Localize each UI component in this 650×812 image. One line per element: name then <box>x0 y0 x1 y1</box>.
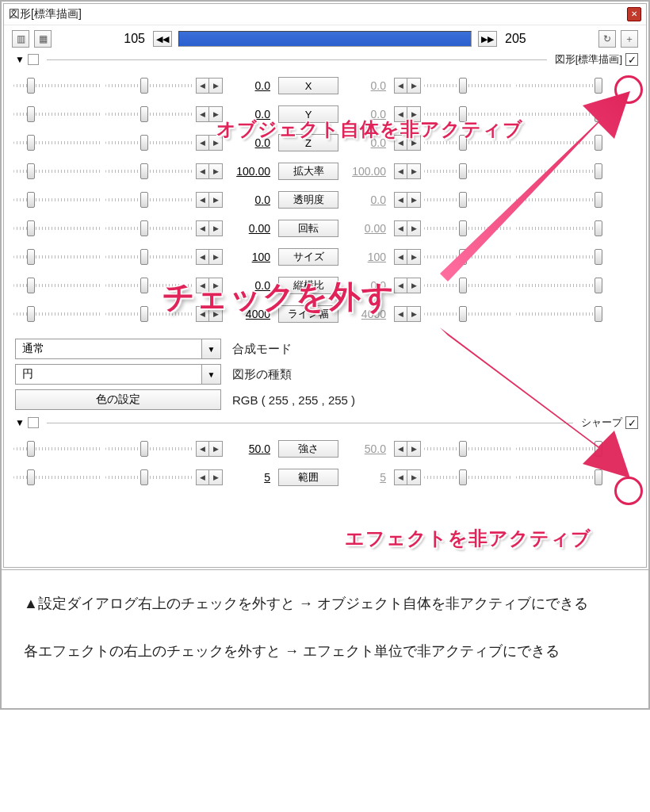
param-slider-right-b[interactable] <box>516 220 603 236</box>
stepper-right[interactable]: ◀ ▶ <box>394 135 421 151</box>
param-value-left[interactable]: 0.00 <box>226 222 275 235</box>
stepper-left[interactable]: ◀ ▶ <box>196 106 223 122</box>
step-right-icon[interactable]: ▶ <box>209 250 222 264</box>
param-value-left[interactable]: 0.0 <box>226 79 275 92</box>
step-right-icon[interactable]: ▶ <box>407 442 420 456</box>
step-left-icon[interactable]: ◀ <box>197 442 209 456</box>
step-left-icon[interactable]: ◀ <box>197 307 209 321</box>
param-slider-right-b[interactable] <box>516 306 603 322</box>
param-slider-left-b[interactable] <box>105 306 193 322</box>
stepper-left[interactable]: ◀ ▶ <box>196 249 223 265</box>
param-slider-right-a[interactable] <box>424 249 511 265</box>
param-label-button[interactable]: X <box>278 77 338 94</box>
object-active-checkbox[interactable]: ✓ <box>625 53 638 66</box>
param-slider-right-a[interactable] <box>424 135 511 151</box>
stepper-left[interactable]: ◀ ▶ <box>196 306 223 322</box>
step-right-icon[interactable]: ▶ <box>407 250 420 264</box>
step-right-icon[interactable]: ▶ <box>209 442 222 456</box>
param-slider-left-b[interactable] <box>105 106 193 122</box>
param-slider-right-b[interactable] <box>516 249 603 265</box>
step-left-icon[interactable]: ◀ <box>395 79 407 93</box>
param-label-button[interactable]: Y <box>278 105 338 123</box>
stepper-left[interactable]: ◀ ▶ <box>196 78 223 94</box>
stepper-left[interactable]: ◀ ▶ <box>196 469 223 485</box>
step-right-icon[interactable]: ▶ <box>407 79 420 93</box>
step-right-icon[interactable]: ▶ <box>209 278 222 293</box>
param-slider-right-a[interactable] <box>424 469 511 485</box>
stepper-right[interactable]: ◀ ▶ <box>394 278 421 293</box>
param-value-left[interactable]: 5 <box>226 471 275 484</box>
step-left-icon[interactable]: ◀ <box>197 136 209 150</box>
stepper-right[interactable]: ◀ ▶ <box>394 249 421 265</box>
step-left-icon[interactable]: ◀ <box>197 278 209 293</box>
param-label-button[interactable]: Z <box>278 134 338 151</box>
step-right-icon[interactable]: ▶ <box>407 278 420 293</box>
step-right-icon[interactable]: ▶ <box>407 193 420 207</box>
param-slider-left-a[interactable] <box>13 278 101 293</box>
param-slider-right-b[interactable] <box>516 163 603 179</box>
param-slider-left-a[interactable] <box>13 249 101 265</box>
stepper-right[interactable]: ◀ ▶ <box>394 306 421 322</box>
param-slider-left-b[interactable] <box>105 78 193 94</box>
param-slider-right-b[interactable] <box>516 441 603 457</box>
param-value-right[interactable]: 0.0 <box>342 279 391 292</box>
close-button[interactable]: ✕ <box>627 7 641 21</box>
camera-icon[interactable]: ▥ <box>12 30 29 48</box>
param-slider-left-a[interactable] <box>13 106 101 122</box>
param-label-button[interactable]: ライン幅 <box>278 305 338 323</box>
stepper-left[interactable]: ◀ ▶ <box>196 278 223 293</box>
step-right-icon[interactable]: ▶ <box>209 307 222 321</box>
param-value-left[interactable]: 0.0 <box>226 136 275 149</box>
stepper-left[interactable]: ◀ ▶ <box>196 163 223 179</box>
param-slider-right-a[interactable] <box>424 192 511 208</box>
stepper-right[interactable]: ◀ ▶ <box>394 192 421 208</box>
step-right-icon[interactable]: ▶ <box>407 107 420 121</box>
step-left-icon[interactable]: ◀ <box>395 221 407 236</box>
step-right-icon[interactable]: ▶ <box>407 221 420 236</box>
grid-icon[interactable]: ▦ <box>34 30 52 48</box>
param-slider-right-b[interactable] <box>516 278 603 293</box>
param-slider-left-b[interactable] <box>105 441 193 457</box>
param-slider-right-a[interactable] <box>424 106 511 122</box>
param-value-right[interactable]: 100 <box>342 251 391 263</box>
param-label-button[interactable]: 強さ <box>278 440 338 458</box>
plus-icon[interactable]: ＋ <box>621 30 638 48</box>
param-slider-right-b[interactable] <box>516 469 603 485</box>
param-value-right[interactable]: 0.0 <box>342 108 391 121</box>
stepper-right[interactable]: ◀ ▶ <box>394 106 421 122</box>
step-right-icon[interactable]: ▶ <box>209 470 222 485</box>
stepper-right[interactable]: ◀ ▶ <box>394 441 421 457</box>
param-slider-left-a[interactable] <box>13 469 101 485</box>
param-label-button[interactable]: 回転 <box>278 220 338 237</box>
frame-end[interactable]: 205 <box>502 32 541 46</box>
step-left-icon[interactable]: ◀ <box>197 107 209 121</box>
step-left-icon[interactable]: ◀ <box>395 164 407 178</box>
param-value-left[interactable]: 0.0 <box>226 279 275 292</box>
stepper-left[interactable]: ◀ ▶ <box>196 441 223 457</box>
step-left-icon[interactable]: ◀ <box>395 278 407 293</box>
param-slider-left-b[interactable] <box>105 220 193 236</box>
param-value-left[interactable]: 0.0 <box>226 108 275 121</box>
step-right-icon[interactable]: ▶ <box>407 136 420 150</box>
stepper-left[interactable]: ◀ ▶ <box>196 135 223 151</box>
param-slider-left-b[interactable] <box>105 469 193 485</box>
step-left-icon[interactable]: ◀ <box>395 442 407 456</box>
param-slider-right-b[interactable] <box>516 78 603 94</box>
param-slider-left-a[interactable] <box>13 192 101 208</box>
param-slider-right-b[interactable] <box>516 192 603 208</box>
param-slider-left-a[interactable] <box>13 78 101 94</box>
step-right-icon[interactable]: ▶ <box>407 164 420 178</box>
step-right-icon[interactable]: ▶ <box>209 221 222 236</box>
param-slider-right-a[interactable] <box>424 306 511 322</box>
param-label-button[interactable]: 透明度 <box>278 191 338 209</box>
stepper-left[interactable]: ◀ ▶ <box>196 220 223 236</box>
step-right-icon[interactable]: ▶ <box>209 164 222 178</box>
param-label-button[interactable]: サイズ <box>278 248 338 266</box>
param-value-left[interactable]: 100.00 <box>226 165 275 178</box>
forward-button[interactable]: ▶▶ <box>478 31 497 47</box>
color-settings-button[interactable]: 色の設定 <box>15 389 221 410</box>
param-slider-left-b[interactable] <box>105 192 193 208</box>
param-label-button[interactable]: 縦横比 <box>278 277 338 294</box>
param-slider-left-a[interactable] <box>13 220 101 236</box>
param-slider-left-b[interactable] <box>105 278 193 293</box>
